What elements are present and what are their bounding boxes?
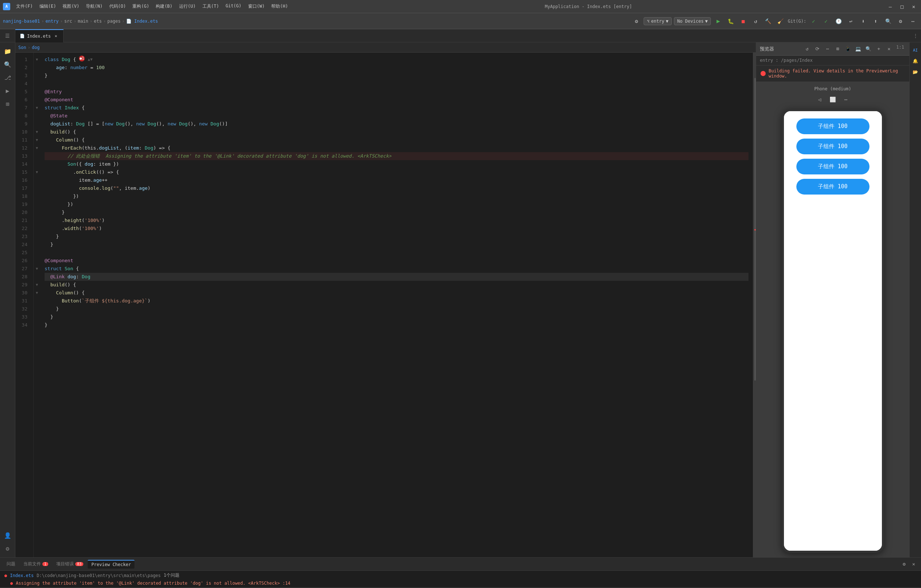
menu-git[interactable]: Git(G) [223, 3, 244, 10]
maximize-button[interactable]: □ [898, 2, 906, 11]
device-file-icon[interactable]: 📂 [911, 67, 920, 77]
breadcrumb-main[interactable]: main [78, 19, 88, 24]
problems-close-icon[interactable]: ✕ [909, 560, 918, 568]
git-pull-icon[interactable]: ⬇ [858, 16, 868, 26]
phone-btn-4[interactable]: 子组件 100 [796, 179, 869, 195]
ai-assistant-icon[interactable]: AI [911, 46, 920, 55]
reload-button[interactable]: ↺ [750, 16, 761, 26]
tab-preview-checker[interactable]: Preview Checker [88, 560, 135, 568]
sidebar-search-icon[interactable]: 🔍 [2, 59, 13, 70]
preview-phone-icon[interactable]: 📱 [843, 45, 852, 54]
menu-tools[interactable]: 工具(T) [200, 3, 222, 10]
branch-selector[interactable]: ⌥ entry ▼ [644, 17, 672, 25]
sidebar-account-icon[interactable]: 👤 [2, 529, 13, 541]
preview-zoom-in-icon[interactable]: + [874, 45, 883, 54]
breadcrumb-module[interactable]: entry [45, 19, 59, 24]
breadcrumb-src[interactable]: src [64, 19, 72, 24]
sidebar-extensions-icon[interactable]: ⊞ [2, 98, 13, 110]
panel-toggle-icon[interactable]: ☰ [5, 33, 10, 39]
phone-more-ctrl-icon[interactable]: ⋯ [841, 94, 851, 104]
error-file-icon: ● [4, 573, 7, 578]
sidebar-git-icon[interactable]: ⎇ [2, 72, 13, 83]
menu-help[interactable]: 帮助(H) [268, 3, 291, 10]
build-button[interactable]: 🔨 [763, 16, 773, 26]
error-count: 1个问题 [164, 572, 179, 578]
stop-button[interactable]: ■ [738, 16, 748, 26]
menu-window[interactable]: 窗口(W) [245, 3, 268, 10]
app-logo: A [3, 3, 10, 10]
filepath-son[interactable]: Son [18, 45, 26, 50]
phone-home-icon[interactable]: ⬜ [828, 94, 838, 104]
breadcrumb-pages[interactable]: pages [107, 19, 120, 24]
fold-1[interactable]: ▼ [36, 55, 38, 64]
preview-rotate-icon[interactable]: ⟳ [813, 45, 822, 54]
menu-nav[interactable]: 导航(N) [83, 3, 106, 10]
phone-btn-3[interactable]: 子组件 100 [796, 159, 869, 174]
fold-30[interactable]: ▼ [36, 289, 38, 297]
menu-build[interactable]: 构建(B) [153, 3, 176, 10]
tab-close-button[interactable]: ✕ [53, 33, 59, 39]
menu-file[interactable]: 文件(F) [13, 3, 36, 10]
minimize-button[interactable]: — [886, 2, 895, 11]
phone-model-label: Phone (medium) [814, 86, 851, 91]
preview-close-icon[interactable]: ✕ [884, 45, 893, 54]
git-check2-icon[interactable]: ✓ [821, 16, 831, 26]
preview-refresh-icon[interactable]: ↺ [802, 45, 811, 54]
settings2-icon[interactable]: ⚙ [895, 16, 906, 26]
sidebar-debug-icon[interactable]: ▶ [2, 85, 13, 96]
search-toolbar-icon[interactable]: 🔍 [883, 16, 893, 26]
fold-10[interactable]: ▼ [36, 128, 38, 136]
tab-current-file[interactable]: 当前文件 1 [20, 559, 52, 568]
phone-mockup: 子组件 100 子组件 100 子组件 100 子组件 100 [782, 109, 884, 553]
code-line-32: } [45, 305, 749, 313]
breadcrumb-ets[interactable]: ets [94, 19, 102, 24]
settings-icon[interactable]: ⚙ [631, 16, 641, 26]
code-content[interactable]: class Dog { ●1 ▲▼ age: number = 100 } @E… [40, 53, 753, 557]
run-button[interactable]: ▶ [713, 16, 723, 26]
phone-controls: ◁ ⬜ ⋯ [815, 94, 851, 104]
git-push-icon[interactable]: ⬆ [871, 16, 881, 26]
preview-tablet-icon[interactable]: 💻 [854, 45, 862, 54]
breadcrumb-file[interactable]: 📄 Index.ets [126, 19, 158, 24]
scrollbar-vertical[interactable] [753, 53, 756, 557]
close-button[interactable]: ✕ [909, 2, 918, 11]
code-line-29: build() { [45, 281, 749, 289]
tab-problems[interactable]: 问题 [3, 559, 19, 568]
preview-more-icon[interactable]: ⋯ [823, 45, 832, 54]
phone-back-icon[interactable]: ◁ [815, 94, 825, 104]
preview-zoom-out-icon[interactable]: 🔍 [864, 45, 873, 54]
fold-15[interactable]: ▼ [36, 168, 38, 176]
filepath-dog[interactable]: dog [32, 45, 40, 50]
git-history-icon[interactable]: 🕐 [833, 16, 843, 26]
problems-settings-icon[interactable]: ⚙ [900, 560, 909, 568]
sidebar-explorer-icon[interactable]: 📁 [2, 46, 13, 57]
preview-grid-icon[interactable]: ⊞ [833, 45, 842, 54]
menu-edit[interactable]: 编辑(E) [37, 3, 59, 10]
fold-7[interactable]: ▼ [36, 104, 38, 112]
notifications-icon[interactable]: 🔔 [911, 56, 920, 66]
phone-btn-2[interactable]: 子组件 100 [796, 138, 869, 154]
preview-panel: 预览器 ↺ ⟳ ⋯ ⊞ 📱 💻 🔍 + ✕ 1:1 entry : /pages… [756, 42, 909, 557]
fold-11[interactable]: ▼ [36, 136, 38, 144]
code-line-25 [45, 249, 749, 257]
fold-29[interactable]: ▼ [36, 281, 38, 289]
git-undo-icon[interactable]: ↩ [846, 16, 856, 26]
fold-12[interactable]: ▼ [36, 144, 38, 152]
tab-project-errors[interactable]: 项目错误 83 [53, 559, 87, 568]
menu-run[interactable]: 运行(U) [176, 3, 199, 10]
more-icon[interactable]: ⋯ [908, 16, 918, 26]
menu-code[interactable]: 代码(O) [106, 3, 129, 10]
breadcrumb-project[interactable]: nanjing-base01 [3, 19, 40, 24]
clean-button[interactable]: 🧹 [775, 16, 785, 26]
menu-view[interactable]: 视图(V) [60, 3, 82, 10]
debug-button[interactable]: 🐛 [726, 16, 736, 26]
menu-refactor[interactable]: 重构(G) [129, 3, 152, 10]
tab-index-ets[interactable]: 📄 Index.ets ✕ [15, 29, 63, 42]
sidebar-settings-icon[interactable]: ⚙ [2, 542, 13, 554]
device-selector[interactable]: No Devices ▼ [674, 17, 711, 25]
git-check-icon[interactable]: ✓ [809, 16, 818, 26]
fold-27[interactable]: ▼ [36, 265, 38, 273]
editor-options-icon[interactable]: ⋮ [913, 33, 918, 39]
current-file-label: 当前文件 [23, 561, 41, 567]
phone-btn-1[interactable]: 子组件 100 [796, 119, 869, 134]
